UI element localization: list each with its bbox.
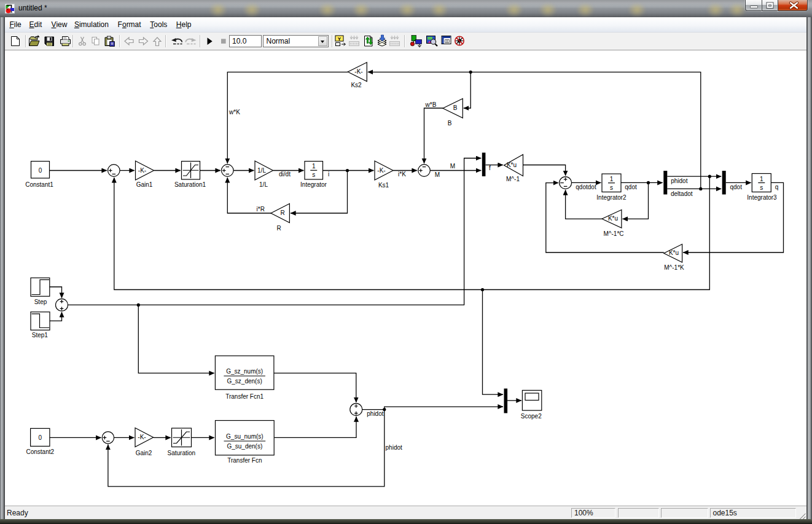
svg-text:qdot: qdot bbox=[625, 184, 637, 190]
svg-text:Transfer Fcn: Transfer Fcn bbox=[227, 457, 262, 464]
svg-text:s: s bbox=[760, 184, 763, 191]
svg-text:s: s bbox=[312, 171, 315, 178]
svg-text:s: s bbox=[610, 184, 613, 191]
svg-text:-K-: -K- bbox=[354, 68, 362, 75]
svg-text:1/L: 1/L bbox=[259, 181, 268, 188]
svg-text:Ks1: Ks1 bbox=[378, 182, 389, 189]
svg-text:Step1: Step1 bbox=[32, 332, 49, 338]
svg-text:w*K: w*K bbox=[228, 109, 240, 115]
svg-text:q: q bbox=[775, 184, 779, 190]
svg-text:di/dt: di/dt bbox=[279, 171, 291, 178]
svg-text:Constant1: Constant1 bbox=[25, 181, 53, 188]
svg-text:M^-1: M^-1 bbox=[506, 176, 520, 182]
svg-text:K*u: K*u bbox=[507, 162, 517, 168]
svg-text:M^-1*C: M^-1*C bbox=[603, 230, 623, 237]
svg-text:Gain2: Gain2 bbox=[136, 450, 152, 456]
svg-text:B: B bbox=[453, 104, 458, 111]
svg-text:i: i bbox=[328, 171, 329, 178]
svg-text:-K-: -K- bbox=[138, 434, 146, 440]
svg-text:Saturation1: Saturation1 bbox=[174, 181, 206, 188]
svg-text:f: f bbox=[489, 165, 491, 171]
svg-text:i*R: i*R bbox=[257, 206, 265, 213]
svg-text:Transfer Fcn1: Transfer Fcn1 bbox=[225, 393, 264, 400]
svg-text:G_su_num(s): G_su_num(s) bbox=[226, 433, 264, 440]
svg-text:Integrator3: Integrator3 bbox=[747, 194, 777, 201]
svg-text:Gain1: Gain1 bbox=[136, 181, 153, 188]
svg-text:phidot: phidot bbox=[386, 444, 402, 451]
svg-text:1: 1 bbox=[610, 176, 614, 182]
svg-text:i*K: i*K bbox=[398, 171, 406, 178]
svg-text:B: B bbox=[448, 120, 452, 127]
svg-text:0: 0 bbox=[39, 167, 42, 174]
svg-text:G_sz_den(s): G_sz_den(s) bbox=[227, 378, 262, 385]
svg-text:G_sz_num(s): G_sz_num(s) bbox=[226, 368, 263, 375]
svg-text:M^-1*K: M^-1*K bbox=[664, 264, 684, 271]
svg-text:Step: Step bbox=[34, 299, 47, 305]
svg-text:Saturation: Saturation bbox=[168, 450, 196, 456]
svg-text:G_su_den(s): G_su_den(s) bbox=[227, 443, 262, 450]
svg-text:-K-: -K- bbox=[138, 167, 146, 174]
svg-text:Integrator: Integrator bbox=[300, 181, 327, 188]
svg-text:M: M bbox=[435, 171, 440, 178]
svg-text:w*B: w*B bbox=[425, 101, 437, 108]
svg-text:deltadot: deltadot bbox=[671, 190, 693, 197]
svg-text:M: M bbox=[450, 163, 455, 170]
svg-text:-K-: -K- bbox=[377, 167, 385, 174]
svg-text:1: 1 bbox=[760, 176, 763, 182]
svg-text:K*u: K*u bbox=[608, 215, 618, 222]
svg-text:K*u: K*u bbox=[669, 249, 679, 256]
svg-text:Scope2: Scope2 bbox=[521, 413, 542, 420]
svg-text:phidot: phidot bbox=[367, 410, 383, 417]
svg-text:Integrator2: Integrator2 bbox=[596, 194, 627, 201]
svg-text:R: R bbox=[280, 209, 284, 216]
svg-text:phidot: phidot bbox=[671, 178, 687, 184]
svg-text:R: R bbox=[276, 225, 281, 232]
svg-text:1/L: 1/L bbox=[257, 167, 266, 174]
svg-text:Constant2: Constant2 bbox=[26, 448, 55, 455]
svg-text:Y: Y bbox=[338, 36, 342, 42]
svg-text:qdot: qdot bbox=[730, 184, 743, 190]
svg-text:0: 0 bbox=[39, 434, 42, 441]
svg-text:1: 1 bbox=[312, 163, 316, 170]
svg-text:qdotdot: qdotdot bbox=[576, 184, 596, 190]
svg-text:Ks2: Ks2 bbox=[351, 82, 362, 88]
